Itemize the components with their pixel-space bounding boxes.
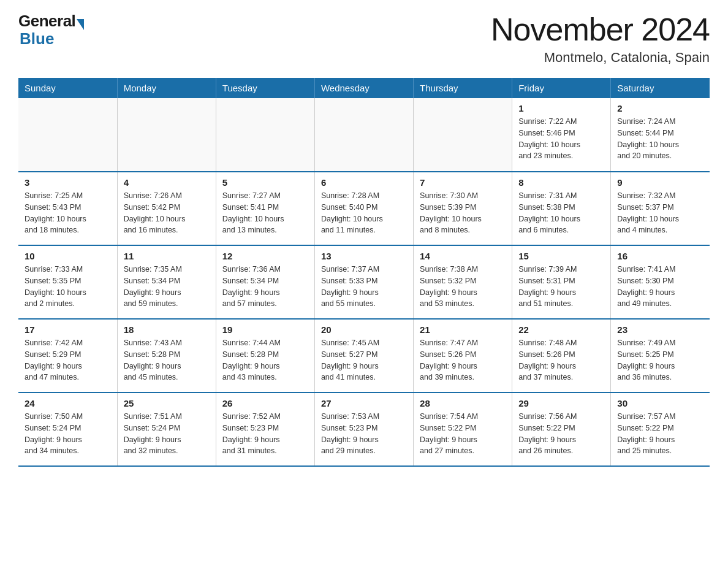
day-number: 16: [617, 251, 703, 261]
calendar-cell-w3-d3: 12Sunrise: 7:36 AMSunset: 5:34 PMDayligh…: [216, 245, 314, 319]
calendar-header-row: SundayMondayTuesdayWednesdayThursdayFrid…: [18, 78, 710, 98]
day-info: Sunrise: 7:42 AMSunset: 5:29 PMDaylight:…: [25, 337, 111, 383]
logo-triangle-icon: [77, 19, 84, 30]
day-info: Sunrise: 7:45 AMSunset: 5:27 PMDaylight:…: [321, 337, 407, 383]
day-number: 10: [25, 251, 111, 261]
header-thursday: Thursday: [414, 78, 512, 98]
day-number: 22: [518, 324, 604, 335]
calendar-cell-w5-d1: 24Sunrise: 7:50 AMSunset: 5:24 PMDayligh…: [18, 393, 117, 466]
day-number: 28: [420, 398, 506, 408]
calendar-cell-w1-d6: 1Sunrise: 7:22 AMSunset: 5:46 PMDaylight…: [512, 98, 611, 172]
day-info: Sunrise: 7:35 AMSunset: 5:34 PMDaylight:…: [124, 264, 210, 310]
logo-text: General Blue: [18, 12, 84, 47]
calendar-cell-w2-d6: 8Sunrise: 7:31 AMSunset: 5:38 PMDaylight…: [512, 172, 611, 245]
day-number: 7: [420, 177, 506, 188]
week-row-4: 17Sunrise: 7:42 AMSunset: 5:29 PMDayligh…: [18, 319, 710, 393]
day-number: 27: [321, 398, 407, 408]
calendar-cell-w1-d7: 2Sunrise: 7:24 AMSunset: 5:44 PMDaylight…: [611, 98, 710, 172]
day-info: Sunrise: 7:31 AMSunset: 5:38 PMDaylight:…: [518, 190, 604, 236]
day-info: Sunrise: 7:39 AMSunset: 5:31 PMDaylight:…: [518, 264, 604, 310]
day-info: Sunrise: 7:22 AMSunset: 5:46 PMDaylight:…: [518, 116, 604, 162]
day-info: Sunrise: 7:57 AMSunset: 5:22 PMDaylight:…: [617, 411, 703, 457]
day-number: 23: [617, 324, 703, 335]
calendar-cell-w5-d4: 27Sunrise: 7:53 AMSunset: 5:23 PMDayligh…: [314, 393, 413, 466]
calendar-cell-w2-d7: 9Sunrise: 7:32 AMSunset: 5:37 PMDaylight…: [611, 172, 710, 245]
day-number: 29: [518, 398, 604, 408]
day-number: 8: [518, 177, 604, 188]
day-number: 25: [124, 398, 210, 408]
calendar-cell-w5-d5: 28Sunrise: 7:54 AMSunset: 5:22 PMDayligh…: [414, 393, 512, 466]
logo-blue: Blue: [20, 29, 54, 48]
day-info: Sunrise: 7:56 AMSunset: 5:22 PMDaylight:…: [518, 411, 604, 457]
calendar-table: SundayMondayTuesdayWednesdayThursdayFrid…: [18, 78, 710, 467]
day-info: Sunrise: 7:30 AMSunset: 5:39 PMDaylight:…: [420, 190, 506, 236]
calendar-cell-w3-d2: 11Sunrise: 7:35 AMSunset: 5:34 PMDayligh…: [117, 245, 216, 319]
calendar-cell-w2-d4: 6Sunrise: 7:28 AMSunset: 5:40 PMDaylight…: [314, 172, 413, 245]
calendar-cell-w4-d7: 23Sunrise: 7:49 AMSunset: 5:25 PMDayligh…: [611, 319, 710, 393]
day-number: 9: [617, 177, 703, 188]
day-info: Sunrise: 7:33 AMSunset: 5:35 PMDaylight:…: [25, 264, 111, 310]
day-number: 2: [617, 103, 703, 113]
day-info: Sunrise: 7:27 AMSunset: 5:41 PMDaylight:…: [222, 190, 308, 236]
calendar-cell-w1-d3: [216, 98, 314, 172]
day-info: Sunrise: 7:37 AMSunset: 5:33 PMDaylight:…: [321, 264, 407, 310]
header-monday: Monday: [117, 78, 216, 98]
calendar-cell-w3-d5: 14Sunrise: 7:38 AMSunset: 5:32 PMDayligh…: [414, 245, 512, 319]
calendar-cell-w4-d3: 19Sunrise: 7:44 AMSunset: 5:28 PMDayligh…: [216, 319, 314, 393]
day-info: Sunrise: 7:54 AMSunset: 5:22 PMDaylight:…: [420, 411, 506, 457]
calendar-cell-w4-d5: 21Sunrise: 7:47 AMSunset: 5:26 PMDayligh…: [414, 319, 512, 393]
calendar-cell-w4-d6: 22Sunrise: 7:48 AMSunset: 5:26 PMDayligh…: [512, 319, 611, 393]
day-number: 17: [25, 324, 111, 335]
week-row-2: 3Sunrise: 7:25 AMSunset: 5:43 PMDaylight…: [18, 172, 710, 245]
day-info: Sunrise: 7:26 AMSunset: 5:42 PMDaylight:…: [124, 190, 210, 236]
calendar-cell-w4-d2: 18Sunrise: 7:43 AMSunset: 5:28 PMDayligh…: [117, 319, 216, 393]
week-row-1: 1Sunrise: 7:22 AMSunset: 5:46 PMDaylight…: [18, 98, 710, 172]
day-info: Sunrise: 7:52 AMSunset: 5:23 PMDaylight:…: [222, 411, 308, 457]
day-info: Sunrise: 7:38 AMSunset: 5:32 PMDaylight:…: [420, 264, 506, 310]
calendar-cell-w5-d3: 26Sunrise: 7:52 AMSunset: 5:23 PMDayligh…: [216, 393, 314, 466]
day-info: Sunrise: 7:51 AMSunset: 5:24 PMDaylight:…: [124, 411, 210, 457]
week-row-5: 24Sunrise: 7:50 AMSunset: 5:24 PMDayligh…: [18, 393, 710, 466]
day-number: 18: [124, 324, 210, 335]
logo-general: General: [18, 12, 75, 30]
calendar-cell-w1-d4: [314, 98, 413, 172]
title-block: November 2024 Montmelo, Catalonia, Spain: [491, 12, 710, 66]
day-number: 24: [25, 398, 111, 408]
day-number: 11: [124, 251, 210, 261]
day-number: 6: [321, 177, 407, 188]
day-number: 1: [518, 103, 604, 113]
header-sunday: Sunday: [18, 78, 117, 98]
calendar-cell-w1-d1: [18, 98, 117, 172]
calendar-cell-w1-d2: [117, 98, 216, 172]
header-saturday: Saturday: [611, 78, 710, 98]
calendar-cell-w4-d1: 17Sunrise: 7:42 AMSunset: 5:29 PMDayligh…: [18, 319, 117, 393]
calendar-cell-w4-d4: 20Sunrise: 7:45 AMSunset: 5:27 PMDayligh…: [314, 319, 413, 393]
logo: General Blue: [18, 12, 84, 47]
day-info: Sunrise: 7:32 AMSunset: 5:37 PMDaylight:…: [617, 190, 703, 236]
day-info: Sunrise: 7:25 AMSunset: 5:43 PMDaylight:…: [25, 190, 111, 236]
day-number: 4: [124, 177, 210, 188]
day-number: 20: [321, 324, 407, 335]
location-title: Montmelo, Catalonia, Spain: [491, 50, 710, 66]
day-number: 26: [222, 398, 308, 408]
calendar-cell-w3-d4: 13Sunrise: 7:37 AMSunset: 5:33 PMDayligh…: [314, 245, 413, 319]
calendar-cell-w2-d2: 4Sunrise: 7:26 AMSunset: 5:42 PMDaylight…: [117, 172, 216, 245]
calendar-cell-w5-d2: 25Sunrise: 7:51 AMSunset: 5:24 PMDayligh…: [117, 393, 216, 466]
calendar-cell-w3-d7: 16Sunrise: 7:41 AMSunset: 5:30 PMDayligh…: [611, 245, 710, 319]
day-info: Sunrise: 7:36 AMSunset: 5:34 PMDaylight:…: [222, 264, 308, 310]
calendar-cell-w1-d5: [414, 98, 512, 172]
calendar-cell-w2-d1: 3Sunrise: 7:25 AMSunset: 5:43 PMDaylight…: [18, 172, 117, 245]
page-header: General Blue November 2024 Montmelo, Cat…: [18, 12, 710, 66]
day-number: 13: [321, 251, 407, 261]
calendar-cell-w2-d5: 7Sunrise: 7:30 AMSunset: 5:39 PMDaylight…: [414, 172, 512, 245]
day-number: 30: [617, 398, 703, 408]
day-number: 12: [222, 251, 308, 261]
calendar-cell-w5-d7: 30Sunrise: 7:57 AMSunset: 5:22 PMDayligh…: [611, 393, 710, 466]
calendar-cell-w3-d1: 10Sunrise: 7:33 AMSunset: 5:35 PMDayligh…: [18, 245, 117, 319]
day-number: 5: [222, 177, 308, 188]
week-row-3: 10Sunrise: 7:33 AMSunset: 5:35 PMDayligh…: [18, 245, 710, 319]
day-info: Sunrise: 7:53 AMSunset: 5:23 PMDaylight:…: [321, 411, 407, 457]
day-number: 19: [222, 324, 308, 335]
day-number: 14: [420, 251, 506, 261]
calendar-cell-w3-d6: 15Sunrise: 7:39 AMSunset: 5:31 PMDayligh…: [512, 245, 611, 319]
